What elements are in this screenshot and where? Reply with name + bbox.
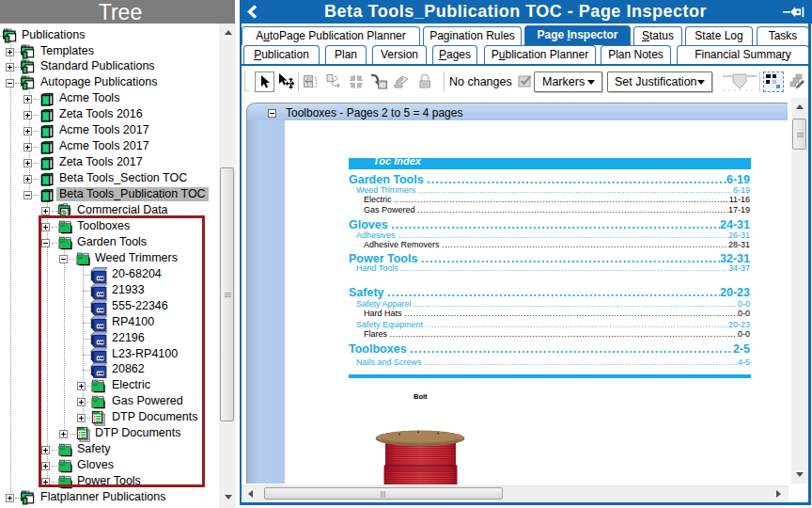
svg-text:ID: ID [380,82,386,88]
